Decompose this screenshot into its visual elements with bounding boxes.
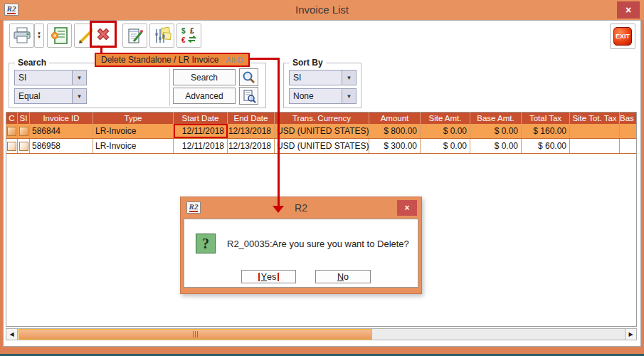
cell-bas bbox=[620, 139, 636, 153]
dialog-close-button[interactable]: × bbox=[397, 200, 417, 216]
cell-amount: $ 800.00 bbox=[369, 124, 421, 138]
exit-icon: EXIT bbox=[613, 27, 632, 46]
app-logo-icon: R2 bbox=[4, 4, 19, 16]
col-header[interactable]: Base Amt. bbox=[470, 112, 522, 124]
cell-start-date: 12/11/2018 bbox=[174, 139, 228, 153]
print-button[interactable] bbox=[9, 23, 34, 48]
dialog-message: R2_00035:Are you sure you want to Delete… bbox=[227, 239, 409, 249]
col-header[interactable]: SI bbox=[18, 112, 30, 124]
scroll-left-button[interactable]: ◀ bbox=[6, 329, 18, 340]
row-checkbox[interactable] bbox=[19, 142, 28, 151]
table-row[interactable]: 586844 LR-Invoice 12/11/2018 12/13/2018 … bbox=[6, 124, 636, 139]
exit-button[interactable]: EXIT bbox=[610, 23, 635, 49]
cell-base-amt: $ 0.00 bbox=[470, 139, 522, 153]
cell-currency: USD (UNITED STATES) bbox=[275, 124, 369, 138]
focus-caret bbox=[278, 273, 279, 281]
sliders-notes-icon bbox=[153, 26, 171, 45]
search-operator-combo[interactable]: Equal ▼ bbox=[14, 88, 87, 104]
col-header[interactable]: Invoice ID bbox=[30, 112, 93, 124]
col-header[interactable]: Amount bbox=[369, 112, 421, 124]
window-close-button[interactable]: × bbox=[617, 1, 640, 19]
sortby-order-combo[interactable]: None ▼ bbox=[289, 88, 357, 104]
delete-button-highlight bbox=[90, 21, 117, 48]
confirm-dialog: R2 R2 × ? R2_00035:Are you sure you want… bbox=[180, 197, 422, 294]
notes-button[interactable] bbox=[122, 23, 147, 48]
advanced-search-icon bbox=[242, 89, 256, 103]
sortby-group-label: Sort By bbox=[290, 58, 326, 68]
search-icon bbox=[242, 70, 256, 85]
filter-settings-button[interactable] bbox=[149, 23, 174, 48]
col-header[interactable]: Start Date bbox=[174, 112, 228, 124]
table-header-row: C SI Invoice ID Type Start Date End Date… bbox=[6, 112, 636, 124]
search-field-combo[interactable]: SI ▼ bbox=[14, 70, 87, 85]
row-checkbox[interactable] bbox=[7, 127, 16, 136]
printer-icon bbox=[13, 27, 31, 44]
chevron-down-icon[interactable]: ▼ bbox=[342, 89, 356, 103]
search-button[interactable]: Search bbox=[173, 69, 236, 85]
cell-invoice-id: 586958 bbox=[30, 139, 93, 153]
invoice-list-window: { "window": { "title": "Invoice List", "… bbox=[0, 0, 644, 356]
window-title: Invoice List bbox=[0, 0, 644, 20]
advanced-search-icon-button[interactable] bbox=[239, 87, 258, 105]
search-group-label: Search bbox=[15, 58, 49, 68]
dialog-title: R2 bbox=[181, 197, 421, 219]
row-checkbox[interactable] bbox=[7, 142, 16, 151]
svg-text:€: € bbox=[181, 36, 186, 44]
scrollbar-thumb[interactable] bbox=[19, 329, 372, 340]
notepad-pencil-icon bbox=[126, 26, 144, 45]
cell-site-amt: $ 0.00 bbox=[421, 139, 470, 153]
search-buttons-divider bbox=[169, 68, 170, 106]
svg-text:£: £ bbox=[190, 27, 194, 35]
cell-amount: $ 300.00 bbox=[369, 139, 421, 153]
dialog-titlebar: R2 R2 × bbox=[181, 197, 421, 219]
search-icon-button[interactable] bbox=[239, 68, 258, 86]
cell-type: LR-Invoice bbox=[93, 139, 174, 153]
document-form-icon bbox=[51, 26, 69, 45]
cell-currency: USD (UNITED STATES) bbox=[275, 139, 369, 153]
annotation-arrowhead bbox=[273, 206, 284, 213]
cell-start-date: 12/11/2018 bbox=[174, 124, 228, 138]
currency-exchange-icon: $ £ € bbox=[180, 26, 199, 45]
dialog-app-logo-icon: R2 bbox=[186, 201, 201, 214]
cell-bas bbox=[620, 124, 636, 138]
chevron-down-icon[interactable]: ▼ bbox=[72, 89, 86, 103]
cell-end-date: 12/13/2018 bbox=[228, 124, 275, 138]
col-header[interactable]: C bbox=[6, 112, 18, 124]
col-header[interactable]: Bas bbox=[620, 112, 636, 124]
delete-tooltip: Delete Standalone / LR Invoice Alt-D bbox=[95, 53, 250, 67]
col-header[interactable]: Total Tax bbox=[522, 112, 570, 124]
cell-site-tot-tax bbox=[570, 124, 620, 138]
new-document-button[interactable] bbox=[47, 23, 72, 48]
print-dropdown-button[interactable]: ▼ ▼ bbox=[34, 23, 44, 48]
cell-total-tax: $ 60.00 bbox=[522, 139, 570, 153]
yes-button[interactable]: Yes bbox=[241, 270, 296, 283]
chevron-down-icon: ▼ bbox=[37, 36, 41, 39]
currency-button[interactable]: $ £ € bbox=[176, 23, 201, 48]
tooltip-text: Delete Standalone / LR Invoice bbox=[101, 55, 218, 65]
question-icon: ? bbox=[196, 234, 216, 253]
col-header[interactable]: Site Amt. bbox=[421, 112, 470, 124]
cell-type: LR-Invoice bbox=[93, 124, 174, 138]
annotation-vline bbox=[278, 58, 280, 206]
horizontal-scrollbar[interactable]: ◀ ▶ bbox=[6, 328, 637, 340]
scroll-right-button[interactable]: ▶ bbox=[625, 329, 636, 340]
dialog-body: ? R2_00035:Are you sure you want to Dele… bbox=[184, 219, 418, 288]
advanced-button[interactable]: Advanced bbox=[173, 88, 236, 104]
col-header[interactable]: Type bbox=[93, 112, 174, 124]
chevron-down-icon[interactable]: ▼ bbox=[72, 70, 86, 85]
cell-base-amt: $ 0.00 bbox=[470, 124, 522, 138]
focus-caret bbox=[258, 273, 260, 281]
col-header[interactable]: End Date bbox=[228, 112, 275, 124]
col-header[interactable]: Trans. Currency bbox=[275, 112, 369, 124]
row-checkbox[interactable] bbox=[19, 127, 28, 136]
no-button[interactable]: No bbox=[315, 270, 371, 283]
col-header[interactable]: Site Tot. Tax bbox=[570, 112, 620, 124]
chevron-down-icon[interactable]: ▼ bbox=[342, 70, 356, 85]
cell-invoice-id: 586844 bbox=[30, 124, 93, 138]
sortby-field-combo[interactable]: SI ▼ bbox=[289, 70, 357, 85]
svg-text:$: $ bbox=[181, 27, 186, 35]
cell-total-tax: $ 160.00 bbox=[522, 124, 570, 138]
table-row[interactable]: 586958 LR-Invoice 12/11/2018 12/13/2018 … bbox=[6, 139, 636, 154]
annotation-connector bbox=[100, 47, 102, 53]
tooltip-shortcut: Alt-D bbox=[226, 56, 243, 64]
